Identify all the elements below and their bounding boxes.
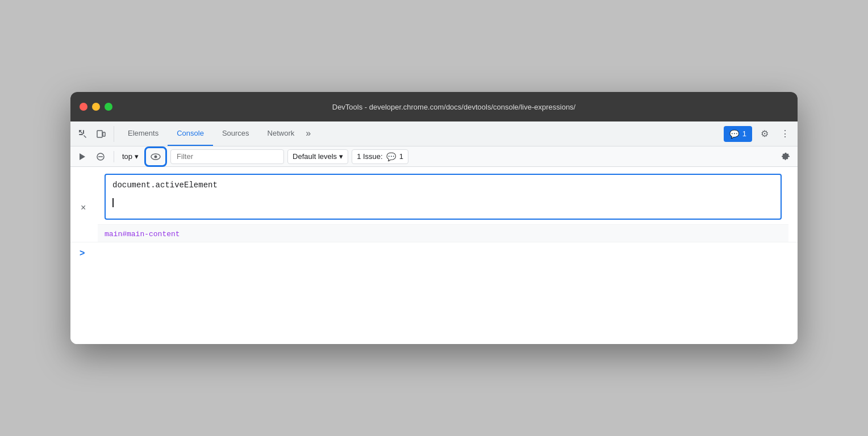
levels-label: Default levels <box>293 152 337 161</box>
toolbar-right: 💬 1 ⚙ ⋮ <box>724 126 793 142</box>
live-expression-button[interactable] <box>147 149 164 164</box>
message-icon: 💬 <box>729 129 739 139</box>
tab-list: Elements Console Sources Network » <box>119 121 313 146</box>
more-icon: ⋮ <box>781 128 790 139</box>
context-selector[interactable]: top ▾ <box>120 151 141 162</box>
devtools-toolbar: Elements Console Sources Network » 💬 1 ⚙… <box>70 121 798 146</box>
tab-console[interactable]: Console <box>168 121 213 146</box>
svg-point-8 <box>155 155 157 158</box>
svg-rect-2 <box>97 131 102 137</box>
issue-count: 1 <box>399 152 403 161</box>
tab-sources[interactable]: Sources <box>213 121 258 146</box>
settings-button[interactable]: ⚙ <box>757 126 773 142</box>
clear-console-button[interactable] <box>93 149 108 164</box>
toolbar-icons <box>75 126 114 142</box>
window-title: DevTools - developer.chrome.com/docs/dev… <box>119 103 788 111</box>
live-expression-close-button[interactable]: × <box>81 203 86 213</box>
issue-badge: 1 Issue: 💬 1 <box>352 149 408 164</box>
traffic-lights <box>80 103 112 111</box>
console-chevron-icon: > <box>80 248 85 258</box>
tab-network[interactable]: Network <box>258 121 304 146</box>
inspect-element-button[interactable] <box>75 126 91 142</box>
console-prompt-input[interactable] <box>89 249 788 258</box>
maximize-button[interactable] <box>105 103 112 111</box>
svg-rect-1 <box>79 134 83 135</box>
devtools-window: DevTools - developer.chrome.com/docs/dev… <box>70 92 798 344</box>
issue-message-icon: 💬 <box>386 152 396 161</box>
more-options-button[interactable]: ⋮ <box>777 126 793 142</box>
levels-arrow-icon: ▾ <box>339 152 343 161</box>
svg-rect-3 <box>103 132 105 136</box>
svg-rect-0 <box>83 130 84 134</box>
live-expression-container: document.activeElement <box>105 174 782 220</box>
close-button[interactable] <box>80 103 87 111</box>
svg-marker-4 <box>80 153 85 160</box>
titlebar: DevTools - developer.chrome.com/docs/dev… <box>70 92 798 121</box>
live-expression-result-area <box>106 196 781 219</box>
live-expression-result-row: main#main-content <box>98 224 788 242</box>
device-toggle-button[interactable] <box>93 126 109 142</box>
dropdown-arrow-icon: ▾ <box>135 152 139 161</box>
more-tabs-button[interactable]: » <box>303 121 313 146</box>
filter-input[interactable] <box>170 149 284 164</box>
live-expression-button-wrapper <box>144 146 167 167</box>
cursor-line <box>106 196 781 209</box>
issue-prefix: 1 Issue: <box>357 152 383 161</box>
live-expression-result: main#main-content <box>105 230 180 238</box>
divider-1 <box>114 151 114 162</box>
notifications-button[interactable]: 💬 1 <box>724 126 752 142</box>
console-toolbar: top ▾ Default levels ▾ 1 Issue: 💬 1 <box>70 146 798 167</box>
console-content: × document.activeElement main#main-conte… <box>70 174 798 344</box>
context-label: top <box>122 152 132 161</box>
run-expression-button[interactable] <box>75 149 90 164</box>
live-expression-header: document.activeElement <box>106 175 781 196</box>
notifications-count: 1 <box>742 129 746 138</box>
console-settings-button[interactable] <box>778 149 793 164</box>
console-prompt-area: > <box>70 242 798 264</box>
log-levels-button[interactable]: Default levels ▾ <box>287 149 348 164</box>
live-expression-code: document.activeElement <box>112 179 774 191</box>
live-expression-outer: × document.activeElement main#main-conte… <box>98 174 788 242</box>
minimize-button[interactable] <box>92 103 100 111</box>
tab-elements[interactable]: Elements <box>119 121 168 146</box>
gear-icon: ⚙ <box>761 128 769 139</box>
